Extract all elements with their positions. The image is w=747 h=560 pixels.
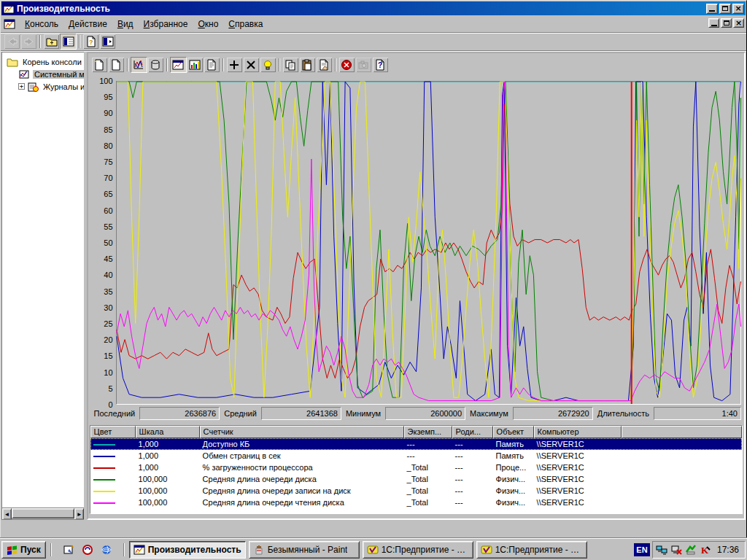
network-icon[interactable] xyxy=(656,544,667,556)
chart-area: 1009590858075706560555045403530252015105… xyxy=(90,75,743,405)
legend-column-header-4[interactable]: Экземп... xyxy=(404,426,452,438)
tree-item-3[interactable]: +Журналы и оповещения прои xyxy=(4,80,82,93)
restore-button[interactable] xyxy=(719,4,731,14)
show-desktop-icon xyxy=(63,544,74,556)
legend-row-6[interactable]: 100,000Средняя длина очереди чтения диск… xyxy=(90,497,742,508)
tree-item-2[interactable]: Системный монитор xyxy=(4,68,82,80)
main-area: Корень консолиСистемный монитор+Журналы … xyxy=(1,52,746,520)
toolbar-separator xyxy=(222,58,224,71)
freeze-display-button[interactable] xyxy=(338,57,355,73)
perfmon-icon xyxy=(133,544,145,556)
legend-column-header-7[interactable]: Компьютер xyxy=(534,426,622,438)
mdi-child-icon xyxy=(4,18,15,30)
kaspersky-icon[interactable]: K xyxy=(700,544,711,556)
delete-counter-button[interactable] xyxy=(243,57,260,73)
task-button-2[interactable]: Безымянный - Paint xyxy=(249,541,360,559)
paste-counters-button[interactable] xyxy=(299,57,316,73)
series-color-swatch xyxy=(93,444,115,446)
up-level-button[interactable] xyxy=(43,34,60,50)
y-tick-label: 25 xyxy=(91,320,113,328)
mdi-close-button[interactable]: × xyxy=(733,18,744,28)
task-button-3[interactable]: 1С:Предприятие - Учет... xyxy=(363,541,473,559)
legend-column-header-2[interactable]: Шкала xyxy=(136,426,200,438)
y-tick-label: 60 xyxy=(91,207,113,215)
network-offline-icon[interactable] xyxy=(670,544,682,556)
current-activity-icon xyxy=(133,59,144,71)
chart-plot[interactable] xyxy=(116,81,741,405)
toolbar-separator xyxy=(127,58,128,71)
menu-2[interactable]: Действие xyxy=(63,17,112,31)
task-button-1[interactable]: Производительность xyxy=(129,541,246,559)
highlight-button[interactable] xyxy=(260,57,276,73)
counter-legend: ЦветШкалаСчетчикЭкземп...Роди...ОбъектКо… xyxy=(90,425,743,514)
legend-color-cell xyxy=(90,463,136,472)
scroll-thumb[interactable] xyxy=(12,508,74,518)
view-current-activity-button[interactable] xyxy=(131,57,147,73)
minimize-button[interactable] xyxy=(706,4,718,14)
window-title: Производительность xyxy=(17,4,705,14)
title-bar[interactable]: Производительность × xyxy=(1,1,746,15)
legend-cell: --- xyxy=(404,440,452,448)
view-report-button[interactable] xyxy=(204,57,220,73)
internet-explorer-button[interactable] xyxy=(98,542,115,558)
task-buttons: ПроизводительностьБезымянный - Paint1С:П… xyxy=(129,541,587,559)
tree-horizontal-scrollbar[interactable]: ◄ ► xyxy=(2,508,84,519)
show-desktop-button[interactable] xyxy=(61,542,77,558)
legend-row-3[interactable]: 1,000% загруженности процессора_Total---… xyxy=(90,462,742,473)
legend-cell: Проце... xyxy=(493,463,534,472)
legend-column-header-3[interactable]: Счетчик xyxy=(200,426,404,438)
legend-row-4[interactable]: 100,000Средняя длина очереди диска_Total… xyxy=(90,473,742,485)
forward-button[interactable] xyxy=(20,34,37,50)
language-indicator[interactable]: EN xyxy=(634,543,650,556)
taskbar: Пуск ПроизводительностьБезымянный - Pain… xyxy=(0,538,747,560)
channels-button[interactable] xyxy=(80,542,96,558)
mdi-restore-button[interactable] xyxy=(721,18,732,28)
task-button-4[interactable]: 1С:Предприятие - Учет... xyxy=(476,541,587,559)
task-button-label: Производительность xyxy=(148,545,241,555)
legend-cell: 100,000 xyxy=(136,486,200,495)
mdi-minimize-button[interactable] xyxy=(708,18,719,28)
legend-color-cell xyxy=(90,498,136,507)
help-button[interactable]: ? xyxy=(372,57,389,73)
legend-column-header-6[interactable]: Объект xyxy=(493,426,534,438)
close-button[interactable]: × xyxy=(732,4,744,14)
y-tick-label: 55 xyxy=(91,223,113,231)
legend-cell: 100,000 xyxy=(136,475,200,483)
view-histogram-button[interactable] xyxy=(187,57,204,73)
menu-6[interactable]: Справка xyxy=(223,17,268,31)
legend-column-header-5[interactable]: Роди... xyxy=(452,426,493,438)
copy-properties-button[interactable] xyxy=(282,57,299,73)
menu-3[interactable]: Вид xyxy=(112,17,139,31)
legend-row-2[interactable]: 1,000Обмен страниц в сек------Память\\SE… xyxy=(90,450,742,462)
new-counter-set-button[interactable] xyxy=(91,57,108,73)
restore-icon xyxy=(724,20,729,26)
stat-label-5: Длительность xyxy=(597,409,649,418)
legend-row-5[interactable]: 100,000Средняя длина очереди записи на д… xyxy=(90,485,742,497)
menu-4[interactable]: Избранное xyxy=(139,17,193,31)
properties-button[interactable] xyxy=(316,57,333,73)
show-panes-button[interactable] xyxy=(99,34,116,50)
console-properties-button[interactable]: ? xyxy=(82,34,99,50)
legend-color-cell xyxy=(90,486,136,495)
view-log-data-button[interactable] xyxy=(147,57,164,73)
tree-item-1[interactable]: Корень консоли xyxy=(4,55,82,68)
update-data-button[interactable] xyxy=(355,57,372,73)
legend-column-header-1[interactable]: Цвет xyxy=(90,426,136,438)
show-tree-button[interactable] xyxy=(60,34,77,50)
monitor-toolbar: ? xyxy=(90,55,743,75)
svg-text:?: ? xyxy=(89,39,93,46)
legend-row-1[interactable]: 1,000Доступно КБ------Память\\SERVER1C xyxy=(90,438,742,450)
view-graph-button[interactable] xyxy=(170,57,187,73)
tree-expander-icon[interactable]: + xyxy=(18,83,25,90)
start-button[interactable]: Пуск xyxy=(1,541,46,559)
scroll-left-button[interactable]: ◄ xyxy=(2,508,12,520)
task-button-label: 1С:Предприятие - Учет... xyxy=(495,545,583,555)
back-button[interactable] xyxy=(4,34,20,50)
menu-5[interactable]: Окно xyxy=(193,17,223,31)
menu-1[interactable]: Консоль xyxy=(20,17,63,31)
perfmon-window-icon xyxy=(3,3,15,15)
scroll-right-button[interactable]: ► xyxy=(74,508,84,520)
add-counter-button[interactable] xyxy=(226,57,243,73)
print-agent-icon[interactable] xyxy=(685,544,697,556)
clear-display-button[interactable] xyxy=(108,57,125,73)
